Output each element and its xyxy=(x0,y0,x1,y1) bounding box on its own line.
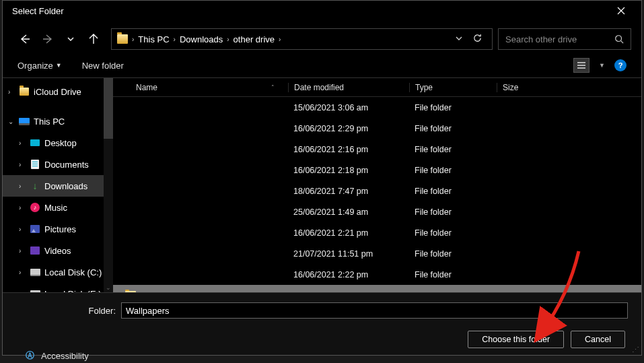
breadcrumb-item[interactable]: Downloads xyxy=(180,34,223,44)
tree-item-label: iCloud Drive xyxy=(34,87,81,97)
back-button[interactable] xyxy=(20,34,30,44)
sidebar-scrollbar[interactable]: ⌄ xyxy=(104,78,113,292)
chevron-icon: › xyxy=(19,290,26,293)
scrollbar-thumb[interactable] xyxy=(104,78,113,139)
search-input[interactable]: Search other drive xyxy=(498,28,631,50)
file-row[interactable]: 18/06/2021 7:47 pmFile folder xyxy=(113,180,641,201)
chevron-down-icon xyxy=(455,34,463,42)
breadcrumb[interactable]: › This PC › Downloads › other drive › xyxy=(111,28,493,50)
breadcrumb-item[interactable]: This PC xyxy=(138,34,169,44)
close-icon xyxy=(617,7,625,15)
breadcrumb-dropdown[interactable] xyxy=(455,34,463,44)
chevron-icon: ⌄ xyxy=(8,118,15,125)
resize-grip[interactable]: ⋰ xyxy=(632,345,640,354)
tree-item-music[interactable]: ›♪Music xyxy=(3,197,113,218)
select-folder-dialog: Select Folder › This PC › Downloads › ot… xyxy=(2,0,642,356)
file-type: File folder xyxy=(409,166,497,175)
chevron-right-icon: › xyxy=(132,36,134,43)
scroll-down-icon[interactable]: ⌄ xyxy=(104,283,113,292)
file-type: File folder xyxy=(409,187,497,196)
list-view-icon xyxy=(577,61,586,69)
tree-item-desktop[interactable]: ›Desktop xyxy=(3,132,113,154)
file-row[interactable]: 16/06/2021 2:22 pmFile folder xyxy=(113,264,641,285)
accessibility-label: Accessibility xyxy=(41,351,89,361)
file-row[interactable]: 16/06/2021 2:29 pmFile folder xyxy=(113,118,641,139)
cloud-icon xyxy=(19,86,30,97)
tree-item-local-disk-e-[interactable]: ›Local Disk (E:) xyxy=(3,283,113,292)
column-headers: Name˄ Date modified Type Size xyxy=(113,78,641,97)
dialog-footer: Folder: Choose this folder Cancel xyxy=(3,292,641,355)
tree-item-label: Videos xyxy=(44,246,71,256)
accessibility-icon: Ⓐ xyxy=(26,350,34,362)
pic-icon xyxy=(30,224,40,234)
file-row[interactable]: Wallpapers22/07/2021 1:35 amFile folder xyxy=(113,285,641,292)
column-date[interactable]: Date modified xyxy=(288,83,409,92)
tree-item-local-disk-c-[interactable]: ›Local Disk (C:) xyxy=(3,261,113,283)
breadcrumb-item[interactable]: other drive xyxy=(234,34,275,44)
new-folder-button[interactable]: New folder xyxy=(82,61,124,71)
dl-icon: ↓ xyxy=(30,180,40,191)
file-type: File folder xyxy=(409,103,497,112)
accessibility-strip: Ⓐ Accessibility xyxy=(26,350,89,362)
doc-icon xyxy=(30,159,40,170)
column-size[interactable]: Size xyxy=(497,83,564,92)
folder-name-input[interactable] xyxy=(121,302,628,319)
toolbar: Organize▼ New folder ▼ ? xyxy=(3,55,641,76)
window-title: Select Folder xyxy=(9,6,608,16)
folder-label: Folder: xyxy=(16,306,116,316)
close-button[interactable] xyxy=(608,1,635,21)
help-button[interactable]: ? xyxy=(614,59,627,71)
main-area: ›iCloud Drive⌄This PC›Desktop›Documents›… xyxy=(3,77,641,292)
tree-item-documents[interactable]: ›Documents xyxy=(3,154,113,175)
up-button[interactable] xyxy=(88,34,99,44)
recent-button[interactable] xyxy=(65,34,76,44)
file-row[interactable]: 21/07/2021 11:51 pmFile folder xyxy=(113,243,641,264)
file-row[interactable]: 16/06/2021 2:21 pmFile folder xyxy=(113,222,641,243)
triangle-down-icon[interactable]: ▼ xyxy=(599,62,605,69)
pc-icon xyxy=(19,116,30,127)
file-row[interactable]: 16/06/2021 2:18 pmFile folder xyxy=(113,160,641,180)
tree-item-videos[interactable]: ›Videos xyxy=(3,240,113,261)
nav-buttons xyxy=(13,34,106,44)
tree-item-label: Desktop xyxy=(44,138,77,148)
svg-point-0 xyxy=(616,36,622,42)
file-date: 16/06/2021 2:16 pm xyxy=(288,145,409,154)
forward-button[interactable] xyxy=(42,34,53,44)
file-date: 18/06/2021 7:47 pm xyxy=(288,187,409,196)
file-date: 21/07/2021 11:51 pm xyxy=(288,249,409,259)
tree-item-icloud-drive[interactable]: ›iCloud Drive xyxy=(3,81,113,102)
tree-item-pictures[interactable]: ›Pictures xyxy=(3,218,113,240)
file-row[interactable]: 25/06/2021 1:49 amFile folder xyxy=(113,201,641,222)
search-icon xyxy=(614,34,624,44)
tree-item-this-pc[interactable]: ⌄This PC xyxy=(3,110,113,132)
tree-item-label: Downloads xyxy=(44,181,87,191)
chevron-right-icon: › xyxy=(227,36,229,43)
choose-folder-button[interactable]: Choose this folder xyxy=(468,331,564,348)
file-row[interactable]: 15/06/2021 3:06 amFile folder xyxy=(113,97,641,118)
file-row[interactable]: 16/06/2021 2:16 pmFile folder xyxy=(113,139,641,160)
tree-item-label: Pictures xyxy=(44,224,76,234)
tree-item-downloads[interactable]: ›↓Downloads xyxy=(3,175,113,197)
file-date: 16/06/2021 2:22 pm xyxy=(288,270,409,279)
nav-bar: › This PC › Downloads › other drive › Se… xyxy=(13,28,631,51)
arrow-right-icon xyxy=(42,34,53,44)
column-name[interactable]: Name˄ xyxy=(113,83,288,92)
cancel-button[interactable]: Cancel xyxy=(571,331,625,348)
tree-item-label: Local Disk (E:) xyxy=(44,289,102,293)
column-type[interactable]: Type xyxy=(409,83,497,92)
search-placeholder: Search other drive xyxy=(505,34,577,44)
chevron-icon: › xyxy=(19,183,26,190)
refresh-button[interactable] xyxy=(472,33,482,45)
video-icon xyxy=(30,245,40,256)
triangle-down-icon: ▼ xyxy=(56,62,62,69)
chevron-right-icon: › xyxy=(174,36,176,43)
folder-icon xyxy=(125,291,136,292)
sort-asc-icon: ˄ xyxy=(271,84,275,91)
view-options-button[interactable] xyxy=(573,58,589,73)
organize-menu[interactable]: Organize▼ xyxy=(17,61,62,71)
music-icon: ♪ xyxy=(30,202,40,213)
file-date: 16/06/2021 2:21 pm xyxy=(288,228,409,238)
file-date: 15/06/2021 3:06 am xyxy=(288,103,409,112)
file-date: 16/06/2021 2:18 pm xyxy=(288,166,409,175)
refresh-icon xyxy=(472,33,482,43)
